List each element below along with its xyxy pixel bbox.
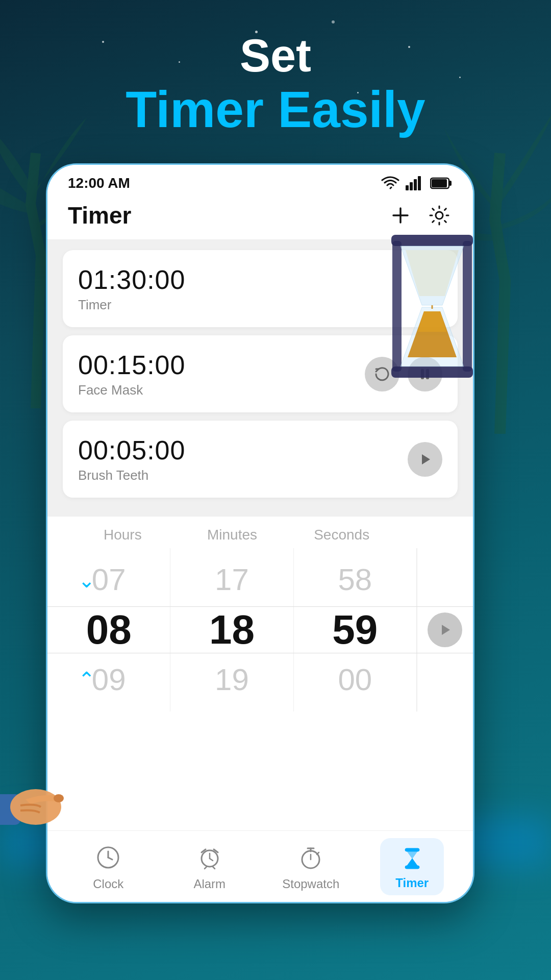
alarm-nav-label: Alarm	[193, 877, 226, 891]
picker-play-icon	[437, 622, 453, 638]
hours-picker-column[interactable]: 07 08 09	[47, 548, 170, 712]
hours-next: 09	[47, 658, 170, 701]
svg-rect-13	[463, 241, 472, 372]
picker-play-button[interactable]	[428, 612, 462, 647]
svg-rect-0	[406, 185, 409, 190]
timer-list-area: 01:30:00 Timer 00:15:00 Face Mask	[47, 240, 473, 516]
timer-label-2: Brush Teeth	[78, 468, 185, 483]
hours-selected[interactable]: 08	[47, 601, 170, 658]
seconds-picker-column[interactable]: 58 59 00	[294, 548, 417, 712]
seconds-prev: 58	[294, 558, 416, 601]
svg-point-35	[10, 789, 61, 825]
timer-display-1: 00:15:00	[78, 350, 185, 380]
battery-icon	[430, 176, 453, 190]
seconds-label: Seconds	[287, 527, 396, 543]
svg-rect-15	[421, 369, 424, 379]
timer-info-2: 00:05:00 Brush Teeth	[78, 435, 185, 483]
nav-item-timer[interactable]: Timer	[362, 838, 463, 895]
minutes-label: Minutes	[178, 527, 287, 543]
stopwatch-nav-icon	[295, 842, 326, 873]
header-actions	[387, 202, 453, 229]
gear-icon	[428, 204, 450, 227]
minutes-selected[interactable]: 18	[170, 601, 293, 658]
svg-rect-2	[414, 179, 417, 190]
app-title: Timer	[68, 202, 131, 229]
timer-nav-active-bg: Timer	[380, 838, 444, 895]
clock-icon	[95, 844, 121, 871]
nav-item-stopwatch[interactable]: Stopwatch	[260, 842, 362, 891]
plus-icon	[390, 205, 411, 226]
reset-button-1[interactable]	[365, 357, 399, 391]
status-time: 12:00 AM	[68, 175, 130, 191]
svg-line-26	[213, 867, 215, 869]
timer-card-2: 00:05:00 Brush Teeth	[63, 421, 458, 498]
nav-item-alarm[interactable]: Alarm	[159, 842, 261, 891]
svg-point-9	[436, 212, 443, 219]
reset-icon	[373, 365, 391, 383]
timer-card-1: 00:15:00 Face Mask	[63, 335, 458, 412]
stopwatch-nav-label: Stopwatch	[282, 877, 339, 891]
status-bar: 12:00 AM	[47, 165, 473, 197]
timer-controls-1	[365, 357, 442, 391]
timer-info-1: 00:15:00 Face Mask	[78, 350, 185, 398]
status-icons	[381, 176, 453, 190]
minutes-next: 19	[170, 658, 293, 701]
signal-icon	[406, 176, 424, 190]
timer-controls-2	[408, 442, 442, 477]
picker-labels: Hours Minutes Seconds	[47, 527, 473, 543]
minutes-prev: 17	[170, 558, 293, 601]
timer-display-0: 01:30:00	[78, 264, 185, 295]
alarm-nav-icon	[194, 842, 225, 873]
timer-label-0: Timer	[78, 297, 185, 313]
hero-timer-text: Timer Easily	[0, 81, 551, 137]
svg-line-19	[108, 857, 112, 860]
clock-nav-icon	[93, 842, 123, 873]
bottom-navigation: Clock Alarm	[47, 830, 473, 902]
wifi-icon	[381, 176, 399, 190]
svg-line-24	[210, 859, 213, 861]
stopwatch-icon	[297, 844, 324, 871]
nav-item-clock[interactable]: Clock	[58, 842, 159, 891]
app-header: Timer	[47, 197, 473, 240]
svg-point-36	[54, 794, 64, 802]
hours-label: Hours	[68, 527, 178, 543]
svg-rect-16	[426, 369, 429, 379]
timer-card-0: 01:30:00 Timer	[63, 250, 458, 327]
svg-line-25	[205, 867, 207, 869]
settings-button[interactable]	[426, 202, 453, 229]
finger-pointer-decoration	[0, 774, 71, 837]
hero-header: Set Timer Easily	[0, 31, 551, 137]
play-icon	[416, 450, 434, 469]
svg-rect-6	[432, 179, 447, 187]
time-picker[interactable]: Hours Minutes Seconds ⌄ ⌃ 07 08 09 17 18…	[47, 516, 473, 712]
hours-prev: 07	[47, 558, 170, 601]
timer-display-2: 00:05:00	[78, 435, 185, 465]
timer-nav-label: Timer	[395, 876, 429, 890]
add-timer-button[interactable]	[387, 202, 414, 229]
seconds-selected[interactable]: 59	[294, 601, 416, 658]
svg-rect-3	[418, 176, 421, 190]
pause-icon	[416, 365, 434, 383]
timer-icon	[399, 845, 425, 872]
seconds-next: 00	[294, 658, 416, 701]
clock-nav-label: Clock	[93, 877, 123, 891]
timer-nav-icon	[397, 843, 428, 874]
pause-button-1[interactable]	[408, 357, 442, 391]
minutes-picker-column[interactable]: 17 18 19	[170, 548, 293, 712]
picker-scroll-area[interactable]: ⌄ ⌃ 07 08 09 17 18 19 58 59 00	[47, 548, 473, 712]
play-button-2[interactable]	[408, 442, 442, 477]
phone-mockup: 12:00 AM Timer	[46, 163, 474, 903]
timer-label-1: Face Mask	[78, 382, 185, 398]
alarm-icon	[196, 844, 223, 871]
svg-rect-5	[449, 181, 452, 186]
timer-info-0: 01:30:00 Timer	[78, 264, 185, 313]
svg-rect-1	[410, 182, 413, 190]
svg-rect-32	[405, 848, 419, 851]
hero-set-text: Set	[0, 31, 551, 81]
svg-rect-33	[405, 866, 419, 869]
